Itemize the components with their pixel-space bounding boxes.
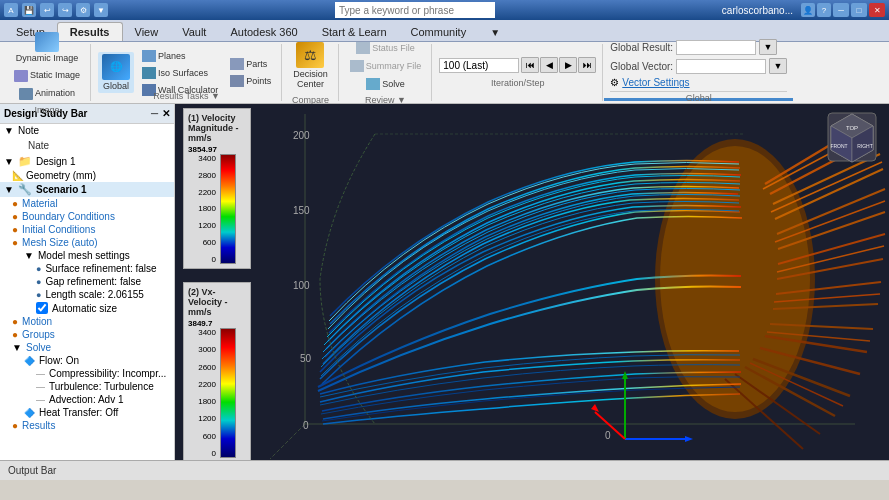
automatic-size-checkbox[interactable]: [36, 302, 48, 314]
tree-scenario1[interactable]: ▼ 🔧 Scenario 1: [0, 182, 174, 197]
sidebar-minimize[interactable]: ─: [151, 108, 158, 119]
step-play-button[interactable]: ▶: [559, 57, 577, 73]
legend2-val2: 3000: [188, 345, 216, 354]
tab-startlearn[interactable]: Start & Learn: [310, 23, 399, 41]
legend-vx-velocity: (2) Vx-Velocity - mm/s 3849.7 3400 3000 …: [183, 282, 251, 460]
motion-link[interactable]: Motion: [22, 316, 52, 327]
legend1-val6: 600: [188, 238, 216, 247]
design-study-sidebar: Design Study Bar ─ ✕ ▼ Note Nate ▼ 📁 Des…: [0, 104, 175, 460]
quick-access-1[interactable]: 💾: [22, 3, 36, 17]
sidebar-close[interactable]: ✕: [162, 108, 170, 119]
global-button[interactable]: 🌐 Global: [98, 52, 134, 94]
tree-material[interactable]: ● Material: [0, 197, 174, 210]
tree-mesh-size[interactable]: ● Mesh Size (auto): [0, 236, 174, 249]
compare-group: ⚖ DecisionCenter Compare: [283, 44, 339, 101]
global-section-label: Global: [610, 91, 787, 103]
points-icon: [230, 75, 244, 87]
toolbar: Dynamic Image Static Image Animation Ima…: [0, 42, 889, 104]
tree-boundary-conditions[interactable]: ● Boundary Conditions: [0, 210, 174, 223]
tree-results[interactable]: ● Results: [0, 419, 174, 432]
step-first-button[interactable]: ⏮: [521, 57, 539, 73]
mesh-size-link[interactable]: Mesh Size (auto): [22, 237, 98, 248]
quick-access-4[interactable]: ⚙: [76, 3, 90, 17]
tree-initial-conditions[interactable]: ● Initial Conditions: [0, 223, 174, 236]
dynamic-image-button[interactable]: Dynamic Image: [12, 30, 83, 66]
note-expand-icon: ▼: [4, 125, 16, 136]
status-file-button[interactable]: Status File: [352, 40, 419, 56]
titlebar-left: A 💾 ↩ ↪ ⚙ ▼: [4, 3, 108, 17]
tree-note-text: Nate: [0, 137, 174, 154]
tree-design1[interactable]: ▼ 📁 Design 1: [0, 154, 174, 169]
planes-button[interactable]: Planes: [138, 48, 222, 64]
material-icon: ●: [12, 198, 18, 209]
tree-note-section[interactable]: ▼ Note: [0, 124, 174, 137]
animation-button[interactable]: Animation: [15, 86, 79, 102]
navcube[interactable]: TOP FRONT RIGHT: [823, 108, 881, 166]
static-image-button[interactable]: Static Image: [10, 68, 84, 84]
global-result-input[interactable]: Vx-Velocity: [676, 40, 756, 55]
legend1-val4: 1800: [188, 204, 216, 213]
close-button[interactable]: ✕: [869, 3, 885, 17]
global-vector-label: Global Vector:: [610, 61, 673, 72]
tree-model-mesh-settings[interactable]: ▼ Model mesh settings: [0, 249, 174, 262]
legend2-val5: 1800: [188, 397, 216, 406]
legend1-val3: 2200: [188, 188, 216, 197]
user-icon[interactable]: 👤: [801, 3, 815, 17]
step-prev-button[interactable]: ◀: [540, 57, 558, 73]
boundary-conditions-link[interactable]: Boundary Conditions: [22, 211, 115, 222]
minimize-button[interactable]: ─: [833, 3, 849, 17]
static-image-icon: [14, 70, 28, 82]
tab-autodesk360[interactable]: Autodesk 360: [218, 23, 309, 41]
tab-vault[interactable]: Vault: [170, 23, 218, 41]
legend1-max: 3854.97: [188, 145, 246, 154]
tree-groups[interactable]: ● Groups: [0, 328, 174, 341]
step-last-button[interactable]: ⏭: [578, 57, 596, 73]
parts-icon: [230, 58, 244, 70]
initial-conditions-link[interactable]: Initial Conditions: [22, 224, 95, 235]
points-button[interactable]: Points: [226, 73, 275, 89]
search-input[interactable]: [335, 2, 495, 18]
legend2-val8: 0: [188, 449, 216, 458]
tab-view[interactable]: View: [123, 23, 171, 41]
material-link[interactable]: Material: [22, 198, 58, 209]
tree-compressibility: — Compressibility: Incompr...: [0, 367, 174, 380]
solve-link[interactable]: Solve: [26, 342, 51, 353]
global-vector-input[interactable]: (1) Velocity Vector: [676, 59, 766, 74]
tab-extra[interactable]: ▼: [478, 24, 512, 41]
gap-ref-icon: ●: [36, 277, 41, 287]
svg-text:100: 100: [293, 280, 310, 291]
parts-button[interactable]: Parts: [226, 56, 275, 72]
tree-motion[interactable]: ● Motion: [0, 315, 174, 328]
iteration-input[interactable]: [439, 58, 519, 73]
solve-button[interactable]: Solve: [362, 76, 409, 92]
quick-access-2[interactable]: ↩: [40, 3, 54, 17]
results-link[interactable]: Results: [22, 420, 55, 431]
titlebar-right: carloscorbano... 👤 ? ─ □ ✕: [722, 3, 885, 17]
maximize-button[interactable]: □: [851, 3, 867, 17]
title-bar: A 💾 ↩ ↪ ⚙ ▼ carloscorbano... 👤 ? ─ □ ✕: [0, 0, 889, 20]
geometry-icon: 📐: [12, 170, 24, 181]
tab-community[interactable]: Community: [399, 23, 479, 41]
help-icon[interactable]: ?: [817, 3, 831, 17]
dynamic-image-label: Dynamic Image: [16, 54, 79, 64]
cfd-viewport[interactable]: 200 150 100 50 0 0: [175, 104, 889, 460]
summary-file-button[interactable]: Summary File: [346, 58, 426, 74]
iso-surfaces-button[interactable]: Iso Surfaces: [138, 65, 222, 81]
tree-automatic-size[interactable]: Automatic size: [0, 301, 174, 315]
tree-solve[interactable]: ▼ Solve: [0, 341, 174, 354]
decision-center-button[interactable]: ⚖ DecisionCenter: [289, 40, 332, 92]
planes-icon: [142, 50, 156, 62]
legend2-val4: 2200: [188, 380, 216, 389]
legend2-colorbar: [220, 328, 236, 458]
groups-link[interactable]: Groups: [22, 329, 55, 340]
decision-center-label: DecisionCenter: [293, 70, 328, 90]
tree-geometry[interactable]: 📐 Geometry (mm): [0, 169, 174, 182]
global-vector-dropdown[interactable]: ▼: [769, 58, 787, 74]
ic-icon: ●: [12, 224, 18, 235]
quick-access-5[interactable]: ▼: [94, 3, 108, 17]
vector-settings-label[interactable]: Vector Settings: [622, 77, 689, 88]
quick-access-3[interactable]: ↪: [58, 3, 72, 17]
global-result-dropdown[interactable]: ▼: [759, 39, 777, 55]
global-icon: 🌐: [102, 54, 130, 80]
svg-text:0: 0: [303, 420, 309, 431]
